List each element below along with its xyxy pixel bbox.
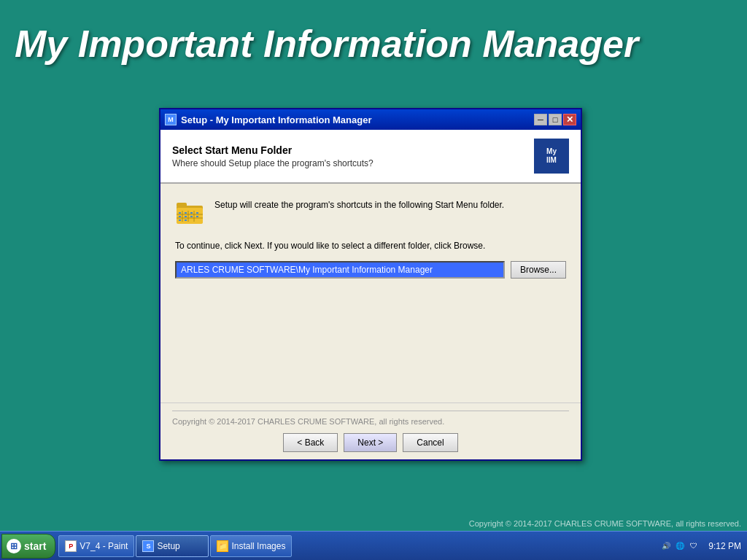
cancel-button[interactable]: Cancel <box>403 433 457 452</box>
window-title-text: Setup - My Important Information Manager <box>181 114 534 125</box>
header-title: Select Start Menu Folder <box>172 144 374 156</box>
restore-button[interactable]: □ <box>549 114 562 125</box>
setup-window: M Setup - My Important Information Manag… <box>159 108 582 461</box>
windows-icon: ⊞ <box>7 539 21 553</box>
svg-rect-15 <box>196 216 198 217</box>
tray-icon-1: 🔊 <box>660 540 672 552</box>
folder-row: Browse... <box>175 261 566 279</box>
folder-input[interactable] <box>175 261 505 279</box>
taskbar-item-images[interactable]: 📁 Install Images <box>210 535 292 557</box>
browse-button[interactable]: Browse... <box>511 261 566 279</box>
taskbar-item-paint[interactable]: P V7_4 - Paint <box>58 535 134 557</box>
svg-rect-10 <box>190 212 193 214</box>
paint-icon: P <box>65 540 77 552</box>
taskbar: ⊞ start P V7_4 - Paint S Setup 📁 Install… <box>0 531 747 560</box>
taskbar-items: P V7_4 - Paint S Setup 📁 Install Images <box>58 535 654 557</box>
taskbar-item-images-label: Install Images <box>231 541 285 551</box>
window-content: Setup will create the program's shortcut… <box>160 184 581 402</box>
system-clock: 9:12 PM <box>708 541 741 551</box>
taskbar-item-setup-label: Setup <box>157 541 179 551</box>
footer-copyright: Copyright © 2014-2017 CHARLES CRUME SOFT… <box>172 411 569 426</box>
svg-rect-14 <box>190 216 193 217</box>
svg-rect-12 <box>179 216 181 217</box>
tray-icon-3: 🛡 <box>688 540 700 552</box>
info-text: Setup will create the program's shortcut… <box>214 198 504 211</box>
images-icon: 📁 <box>217 540 228 552</box>
close-button[interactable]: ✕ <box>563 114 576 125</box>
header-subtitle: Where should Setup place the program's s… <box>172 158 374 168</box>
tray-icon-2: 🌐 <box>674 540 686 552</box>
svg-rect-17 <box>185 219 187 221</box>
start-button[interactable]: ⊞ start <box>1 534 55 559</box>
window-header: Select Start Menu Folder Where should Se… <box>160 130 581 184</box>
app-title: My Important Information Manager <box>15 22 638 66</box>
desktop-copyright: Copyright © 2014-2017 CHARLES CRUME SOFT… <box>469 519 741 528</box>
info-box: Setup will create the program's shortcut… <box>175 198 566 225</box>
svg-rect-11 <box>196 212 198 214</box>
header-text: Select Start Menu Folder Where should Se… <box>172 144 374 168</box>
window-controls: ─ □ ✕ <box>534 114 576 125</box>
taskbar-item-paint-label: V7_4 - Paint <box>80 541 128 551</box>
taskbar-right: 🔊 🌐 🛡 9:12 PM <box>654 532 747 560</box>
svg-rect-16 <box>179 219 181 221</box>
window-footer: Copyright © 2014-2017 CHARLES CRUME SOFT… <box>160 402 581 459</box>
folder-icon <box>175 198 204 225</box>
taskbar-item-setup[interactable]: S Setup <box>136 535 209 557</box>
system-icons: 🔊 🌐 🛡 <box>660 540 700 552</box>
window-titlebar: M Setup - My Important Information Manag… <box>160 109 581 130</box>
next-button[interactable]: Next > <box>344 433 397 452</box>
header-icon: MyIIM <box>534 139 569 174</box>
svg-rect-9 <box>185 212 187 214</box>
button-row: < Back Next > Cancel <box>172 433 569 452</box>
setup-icon: S <box>142 540 154 552</box>
svg-rect-8 <box>179 212 181 214</box>
minimize-button[interactable]: ─ <box>534 114 547 125</box>
continue-text: To continue, click Next. If you would li… <box>175 239 566 252</box>
svg-rect-1 <box>177 203 187 207</box>
start-label: start <box>24 540 46 552</box>
desktop: My Important Information Manager Copyrig… <box>0 0 747 560</box>
window-title-icon: M <box>165 114 177 125</box>
back-button[interactable]: < Back <box>283 433 338 452</box>
svg-rect-13 <box>185 216 187 217</box>
